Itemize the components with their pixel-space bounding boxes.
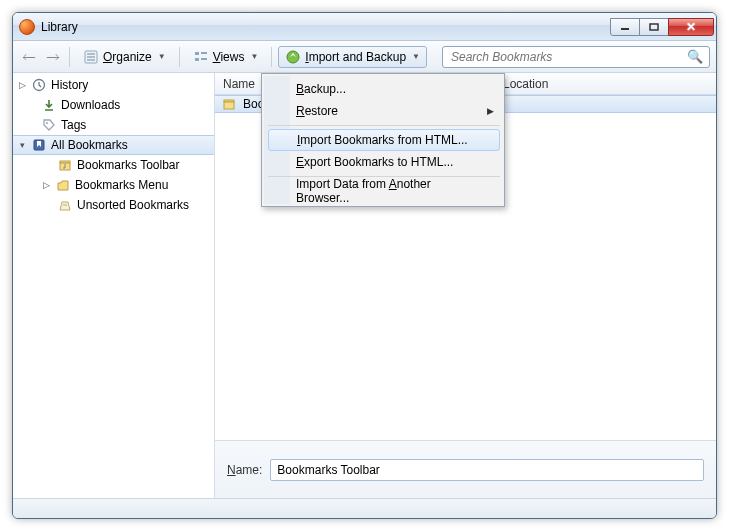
window-title: Library xyxy=(41,20,611,34)
svg-point-13 xyxy=(46,122,48,124)
import-backup-button[interactable]: Import and Backup ▼ xyxy=(278,46,427,68)
forward-button[interactable]: 🡒 xyxy=(43,47,63,67)
menu-import-html[interactable]: Import Bookmarks from HTML... xyxy=(268,129,500,151)
svg-rect-7 xyxy=(195,58,199,61)
details-pane: Name: xyxy=(215,440,716,498)
chevron-down-icon: ▼ xyxy=(158,52,166,61)
menu-restore[interactable]: Restore▶ xyxy=(266,100,502,122)
folder-icon xyxy=(55,177,71,193)
expand-icon[interactable]: ▷ xyxy=(17,80,27,90)
sidebar-label: Bookmarks Toolbar xyxy=(77,158,180,172)
toolbar: 🡐 🡒 Organize ▼ Views ▼ Import and Backup… xyxy=(13,41,716,73)
sidebar-label: History xyxy=(51,78,88,92)
titlebar[interactable]: Library ✕ xyxy=(13,13,716,41)
downloads-icon xyxy=(41,97,57,113)
organize-button[interactable]: Organize ▼ xyxy=(76,46,173,68)
back-button[interactable]: 🡐 xyxy=(19,47,39,67)
separator xyxy=(271,47,272,67)
separator xyxy=(69,47,70,67)
sidebar-item-tags[interactable]: Tags xyxy=(13,115,214,135)
close-button[interactable]: ✕ xyxy=(668,18,714,36)
views-icon xyxy=(193,49,209,65)
svg-rect-19 xyxy=(224,102,234,109)
sidebar-item-unsorted-bookmarks[interactable]: Unsorted Bookmarks xyxy=(13,195,214,215)
svg-point-10 xyxy=(287,51,299,63)
collapse-icon[interactable]: ▾ xyxy=(17,140,27,150)
sidebar-label: Bookmarks Menu xyxy=(75,178,168,192)
sidebar-item-bookmarks-toolbar[interactable]: Bookmarks Toolbar xyxy=(13,155,214,175)
chevron-down-icon: ▼ xyxy=(250,52,258,61)
import-icon xyxy=(285,49,301,65)
sidebar-label: Downloads xyxy=(61,98,120,112)
svg-rect-1 xyxy=(650,24,658,30)
views-button[interactable]: Views ▼ xyxy=(186,46,266,68)
firefox-icon xyxy=(19,19,35,35)
sidebar-item-history[interactable]: ▷ History xyxy=(13,75,214,95)
sidebar-item-bookmarks-menu[interactable]: ▷ Bookmarks Menu xyxy=(13,175,214,195)
maximize-button[interactable] xyxy=(639,18,669,36)
svg-rect-6 xyxy=(195,52,199,55)
sidebar-label: Unsorted Bookmarks xyxy=(77,198,189,212)
sidebar-item-downloads[interactable]: Downloads xyxy=(13,95,214,115)
separator xyxy=(179,47,180,67)
sidebar-label: Tags xyxy=(61,118,86,132)
search-input[interactable] xyxy=(449,49,687,65)
sidebar: ▷ History Downloads Tags ▾ All Bookmarks… xyxy=(13,73,215,498)
organize-icon xyxy=(83,49,99,65)
column-location[interactable]: Location xyxy=(495,73,716,94)
menu-export-html[interactable]: Export Bookmarks to HTML... xyxy=(266,151,502,173)
search-box[interactable]: 🔍 xyxy=(442,46,710,68)
details-name-input[interactable] xyxy=(270,459,704,481)
sidebar-label: All Bookmarks xyxy=(51,138,128,152)
search-icon: 🔍 xyxy=(687,49,703,64)
folder-icon xyxy=(57,157,73,173)
import-backup-label: mport and Backup xyxy=(309,50,406,64)
bookmarks-icon xyxy=(31,137,47,153)
window-controls: ✕ xyxy=(611,18,714,36)
views-label: iews xyxy=(220,50,244,64)
organize-label: rganize xyxy=(112,50,151,64)
library-window: Library ✕ 🡐 🡒 Organize ▼ Views ▼ xyxy=(12,12,717,519)
statusbar xyxy=(13,498,716,518)
expand-icon[interactable]: ▷ xyxy=(41,180,51,190)
details-name-label: Name: xyxy=(227,463,262,477)
unsorted-icon xyxy=(57,197,73,213)
sidebar-item-all-bookmarks[interactable]: ▾ All Bookmarks xyxy=(13,135,214,155)
folder-icon xyxy=(221,96,237,112)
menu-backup[interactable]: Backup... xyxy=(266,78,502,100)
import-backup-menu: Backup... Restore▶ Import Bookmarks from… xyxy=(261,73,505,207)
submenu-arrow-icon: ▶ xyxy=(487,106,494,116)
history-icon xyxy=(31,77,47,93)
menu-separator xyxy=(268,125,500,126)
menu-import-browser[interactable]: Import Data from Another Browser... xyxy=(266,180,502,202)
minimize-button[interactable] xyxy=(610,18,640,36)
tags-icon xyxy=(41,117,57,133)
chevron-down-icon: ▼ xyxy=(412,52,420,61)
